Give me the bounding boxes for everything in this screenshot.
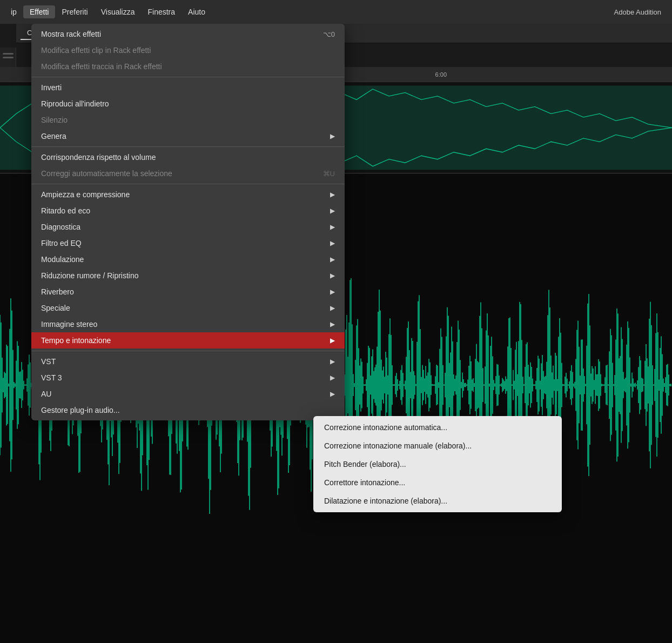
app-title: Adobe Audition	[614, 8, 668, 16]
sep4	[31, 351, 345, 351]
menu-item-vst[interactable]: VST ▶	[31, 353, 345, 370]
main-dropdown-menu: Mostra rack effetti ⌥0 Modifica effetti …	[31, 24, 345, 420]
menu-item-riproduci[interactable]: Riproduci all'indietro	[31, 96, 345, 112]
chevron-icon: ▶	[330, 132, 335, 140]
chevron-icon-diagnostica: ▶	[330, 223, 335, 231]
menubar-item-effetti[interactable]: Effetti	[23, 5, 56, 18]
submenu-item-correzione-auto[interactable]: Correzione intonazione automatica...	[313, 418, 562, 437]
chevron-icon-modulazione: ▶	[330, 256, 335, 263]
menubar-item-visualizza[interactable]: Visualizza	[95, 5, 142, 18]
chevron-icon-tempo: ▶	[330, 337, 335, 344]
sep2	[31, 146, 345, 147]
menu-item-silenzio: Silenzio	[31, 112, 345, 128]
menubar: ip Effetti Preferiti Visualizza Finestra…	[0, 0, 672, 24]
submenu-item-dilatazione[interactable]: Dilatazione e intonazione (elabora)...	[313, 492, 562, 510]
submenu-item-correttore[interactable]: Correttore intonazione...	[313, 473, 562, 492]
submenu-tempo-intonazione: Correzione intonazione automatica... Cor…	[313, 416, 562, 512]
menu-item-genera[interactable]: Genera ▶	[31, 128, 345, 144]
menu-item-filtro[interactable]: Filtro ed EQ ▶	[31, 235, 345, 251]
menu-item-tempo[interactable]: Tempo e intonazione ▶	[31, 332, 345, 349]
chevron-icon-riduzione: ▶	[330, 272, 335, 279]
menu-item-modulazione[interactable]: Modulazione ▶	[31, 251, 345, 267]
menu-item-riverbero[interactable]: Riverbero ▶	[31, 284, 345, 300]
menu-item-riduzione[interactable]: Riduzione rumore / Ripristino ▶	[31, 267, 345, 284]
chevron-icon-immagine: ▶	[330, 320, 335, 328]
chevron-icon-speciale: ▶	[330, 304, 335, 312]
menu-item-immagine[interactable]: Immagine stereo ▶	[31, 316, 345, 332]
menubar-item-ip[interactable]: ip	[4, 5, 23, 18]
submenu-item-correzione-manuale[interactable]: Correzione intonazione manuale (elabora)…	[313, 437, 562, 455]
chevron-icon-vst3: ▶	[330, 374, 335, 381]
chevron-icon-ampiezza: ▶	[330, 191, 335, 198]
sep1	[31, 77, 345, 77]
menu-item-speciale[interactable]: Speciale ▶	[31, 300, 345, 316]
menu-item-correggi: Correggi automaticamente la selezione ⌘U	[31, 165, 345, 182]
chevron-icon-au: ▶	[330, 390, 335, 398]
menu-item-ampiezza[interactable]: Ampiezza e compressione ▶	[31, 186, 345, 203]
chevron-icon-ritardo: ▶	[330, 207, 335, 215]
sep3	[31, 184, 345, 184]
menubar-item-finestra[interactable]: Finestra	[141, 5, 182, 18]
chevron-icon-vst: ▶	[330, 358, 335, 365]
menu-item-modifica-clip: Modifica effetti clip in Rack effetti	[31, 42, 345, 58]
chevron-icon-filtro: ▶	[330, 239, 335, 247]
submenu-item-pitch-bender[interactable]: Pitch Bender (elabora)...	[313, 455, 562, 473]
menu-item-modifica-traccia: Modifica effetti traccia in Rack effetti	[31, 58, 345, 75]
menu-item-au[interactable]: AU ▶	[31, 386, 345, 402]
menu-item-vst3[interactable]: VST 3 ▶	[31, 370, 345, 386]
menubar-item-preferiti[interactable]: Preferiti	[55, 5, 94, 18]
chevron-icon-riverbero: ▶	[330, 288, 335, 296]
menu-item-mostra-rack[interactable]: Mostra rack effetti ⌥0	[31, 26, 345, 42]
menu-item-diagnostica[interactable]: Diagnostica ▶	[31, 219, 345, 235]
menu-item-gestore[interactable]: Gestore plug-in audio...	[31, 402, 345, 418]
dropdown-overlay: Mostra rack effetti ⌥0 Modifica effetti …	[0, 0, 672, 643]
menu-item-ritardo[interactable]: Ritardo ed eco ▶	[31, 203, 345, 219]
menu-item-corrispondenza[interactable]: Corrispondenza rispetto al volume	[31, 149, 345, 165]
menubar-item-aiuto[interactable]: Aiuto	[182, 5, 212, 18]
menu-item-inverti[interactable]: Inverti	[31, 79, 345, 96]
